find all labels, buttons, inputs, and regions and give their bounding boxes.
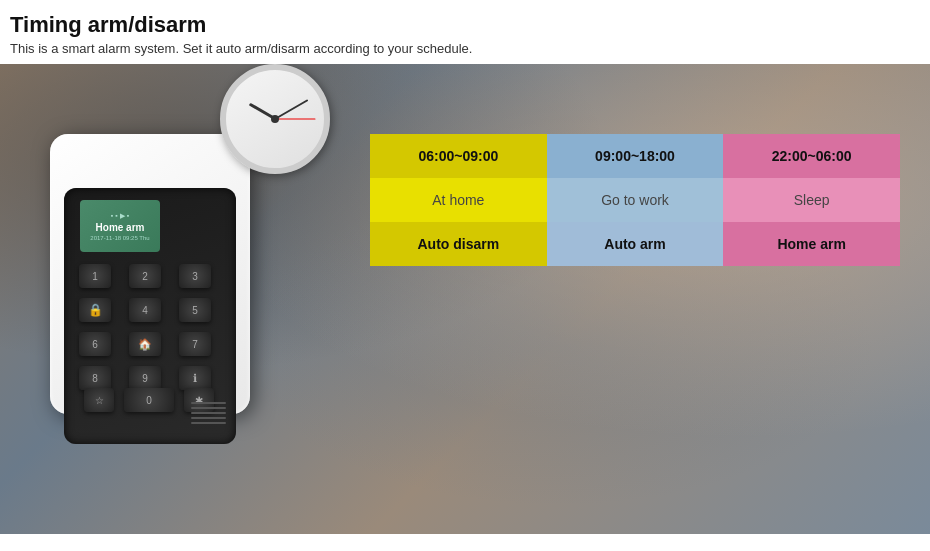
label-col3: Sleep <box>723 178 900 222</box>
key-1[interactable]: 1 <box>79 264 111 288</box>
screen-arm-text: Home arm <box>96 222 145 233</box>
key-4[interactable]: 4 <box>129 298 161 322</box>
key-home-icon: 🏠 <box>129 332 161 356</box>
schedule-action-row: Auto disarm Auto arm Home arm <box>370 222 900 266</box>
page-title: Timing arm/disarm <box>10 12 920 38</box>
page-header: Timing arm/disarm This is a smart alarm … <box>0 0 930 64</box>
device-grill <box>191 402 226 424</box>
key-6[interactable]: 6 <box>79 332 111 356</box>
action-col2: Auto arm <box>547 222 724 266</box>
page-subtitle: This is a smart alarm system. Set it aut… <box>10 41 920 56</box>
schedule-time-row: 06:00~09:00 09:00~18:00 22:00~06:00 <box>370 134 900 178</box>
screen-date: 2017-11-18 09:25 Thu <box>90 235 149 241</box>
key-zero[interactable]: 0 <box>124 388 174 412</box>
key-sym1[interactable]: ☆ <box>84 388 114 412</box>
key-2[interactable]: 2 <box>129 264 161 288</box>
key-lock-icon: 🔒 <box>79 298 111 322</box>
keypad: 1 2 3 🔒 4 5 6 🏠 7 8 9 ℹ <box>74 264 224 390</box>
key-8[interactable]: 8 <box>79 366 111 390</box>
time-col3: 22:00~06:00 <box>723 134 900 178</box>
label-col1: At home <box>370 178 547 222</box>
clock-face <box>220 64 330 174</box>
label-col2: Go to work <box>547 178 724 222</box>
main-image: ▪ ▪ ▶ ▪ Home arm 2017-11-18 09:25 Thu 1 … <box>0 64 930 534</box>
schedule-table: 06:00~09:00 09:00~18:00 22:00~06:00 At h… <box>370 134 900 266</box>
time-col1: 06:00~09:00 <box>370 134 547 178</box>
schedule-label-row: At home Go to work Sleep <box>370 178 900 222</box>
key-3[interactable]: 3 <box>179 264 211 288</box>
key-7[interactable]: 7 <box>179 332 211 356</box>
device-screen: ▪ ▪ ▶ ▪ Home arm 2017-11-18 09:25 Thu <box>80 200 160 252</box>
screen-status: ▪ ▪ ▶ ▪ <box>111 212 129 220</box>
key-info-icon: ℹ <box>179 366 211 390</box>
second-hand <box>275 119 315 120</box>
minute-hand <box>275 100 309 121</box>
time-col2: 09:00~18:00 <box>547 134 724 178</box>
key-9[interactable]: 9 <box>129 366 161 390</box>
clock-center <box>271 115 279 123</box>
key-5[interactable]: 5 <box>179 298 211 322</box>
action-col3: Home arm <box>723 222 900 266</box>
clock-container <box>220 64 340 184</box>
device-panel: ▪ ▪ ▶ ▪ Home arm 2017-11-18 09:25 Thu 1 … <box>64 188 236 444</box>
action-col1: Auto disarm <box>370 222 547 266</box>
